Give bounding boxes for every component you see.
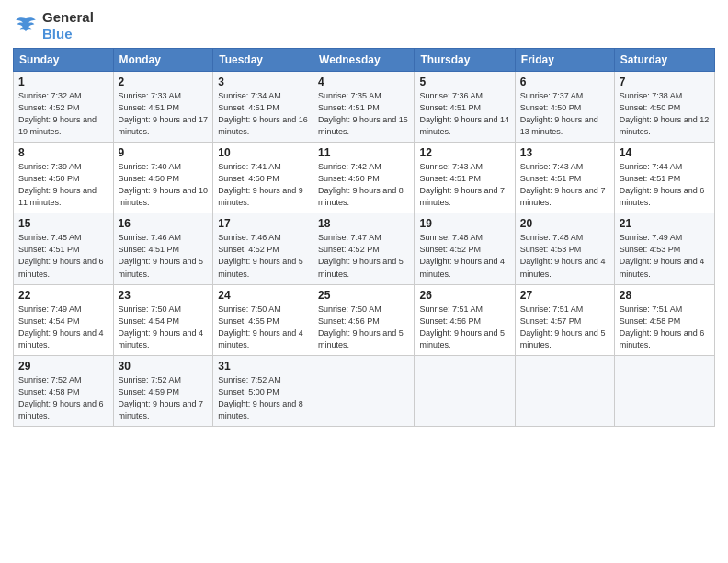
day-info: Sunrise: 7:46 AMSunset: 4:51 PMDaylight:…: [119, 232, 209, 280]
calendar-cell: 2Sunrise: 7:33 AMSunset: 4:51 PMDaylight…: [113, 72, 213, 143]
calendar-cell: [415, 355, 515, 426]
day-number: 3: [218, 75, 308, 88]
weekday-header-friday: Friday: [515, 49, 614, 72]
weekday-header-sunday: Sunday: [14, 49, 114, 72]
calendar-cell: 5Sunrise: 7:36 AMSunset: 4:51 PMDaylight…: [415, 72, 515, 143]
calendar-table: SundayMondayTuesdayWednesdayThursdayFrid…: [13, 48, 715, 427]
weekday-header-monday: Monday: [113, 49, 213, 72]
day-number: 4: [318, 75, 409, 88]
day-info: Sunrise: 7:51 AMSunset: 4:57 PMDaylight:…: [520, 304, 609, 351]
day-number: 22: [18, 289, 108, 302]
calendar-cell: [614, 355, 714, 426]
day-info: Sunrise: 7:33 AMSunset: 4:51 PMDaylight:…: [119, 90, 209, 138]
calendar-cell: 24Sunrise: 7:50 AMSunset: 4:55 PMDayligh…: [213, 284, 313, 355]
calendar-week-2: 8Sunrise: 7:39 AMSunset: 4:50 PMDaylight…: [14, 143, 715, 213]
day-number: 29: [18, 360, 108, 373]
calendar-cell: 20Sunrise: 7:48 AMSunset: 4:53 PMDayligh…: [515, 213, 614, 284]
day-info: Sunrise: 7:46 AMSunset: 4:52 PMDaylight:…: [218, 232, 308, 280]
day-info: Sunrise: 7:50 AMSunset: 4:55 PMDaylight:…: [218, 304, 308, 351]
day-number: 27: [520, 289, 609, 302]
day-number: 26: [419, 289, 509, 302]
day-number: 9: [119, 146, 209, 159]
calendar-cell: 6Sunrise: 7:37 AMSunset: 4:50 PMDaylight…: [515, 72, 614, 143]
calendar-cell: 4Sunrise: 7:35 AMSunset: 4:51 PMDaylight…: [313, 72, 415, 143]
weekday-header-saturday: Saturday: [614, 49, 714, 72]
day-info: Sunrise: 7:51 AMSunset: 4:58 PMDaylight:…: [620, 304, 710, 351]
day-info: Sunrise: 7:51 AMSunset: 4:56 PMDaylight:…: [419, 304, 509, 351]
day-info: Sunrise: 7:38 AMSunset: 4:50 PMDaylight:…: [620, 90, 710, 138]
day-info: Sunrise: 7:52 AMSunset: 4:58 PMDaylight:…: [18, 374, 108, 422]
logo-text: General Blue: [42, 9, 94, 42]
calendar-cell: 10Sunrise: 7:41 AMSunset: 4:50 PMDayligh…: [213, 143, 313, 213]
day-number: 12: [419, 146, 509, 159]
day-info: Sunrise: 7:48 AMSunset: 4:53 PMDaylight:…: [520, 232, 609, 280]
day-info: Sunrise: 7:39 AMSunset: 4:50 PMDaylight:…: [18, 161, 108, 209]
calendar-cell: 8Sunrise: 7:39 AMSunset: 4:50 PMDaylight…: [14, 143, 114, 213]
calendar-cell: [515, 355, 614, 426]
calendar-cell: 27Sunrise: 7:51 AMSunset: 4:57 PMDayligh…: [515, 284, 614, 355]
calendar-cell: 19Sunrise: 7:48 AMSunset: 4:52 PMDayligh…: [415, 213, 515, 284]
calendar-cell: [313, 355, 415, 426]
calendar-cell: 22Sunrise: 7:49 AMSunset: 4:54 PMDayligh…: [14, 284, 114, 355]
calendar-cell: 30Sunrise: 7:52 AMSunset: 4:59 PMDayligh…: [113, 355, 213, 426]
calendar-cell: 9Sunrise: 7:40 AMSunset: 4:50 PMDaylight…: [113, 143, 213, 213]
calendar-cell: 18Sunrise: 7:47 AMSunset: 4:52 PMDayligh…: [313, 213, 415, 284]
calendar-cell: 16Sunrise: 7:46 AMSunset: 4:51 PMDayligh…: [113, 213, 213, 284]
calendar-cell: 26Sunrise: 7:51 AMSunset: 4:56 PMDayligh…: [415, 284, 515, 355]
day-info: Sunrise: 7:42 AMSunset: 4:50 PMDaylight:…: [318, 161, 409, 209]
day-number: 11: [318, 146, 409, 159]
calendar-cell: 1Sunrise: 7:32 AMSunset: 4:52 PMDaylight…: [14, 72, 114, 143]
day-info: Sunrise: 7:47 AMSunset: 4:52 PMDaylight:…: [318, 232, 409, 280]
calendar-cell: 7Sunrise: 7:38 AMSunset: 4:50 PMDaylight…: [614, 72, 714, 143]
day-info: Sunrise: 7:49 AMSunset: 4:54 PMDaylight:…: [18, 304, 108, 351]
day-number: 8: [18, 146, 108, 159]
day-number: 17: [218, 217, 308, 230]
day-info: Sunrise: 7:49 AMSunset: 4:53 PMDaylight:…: [620, 232, 710, 280]
day-number: 6: [520, 75, 609, 88]
day-number: 7: [620, 75, 710, 88]
calendar-week-5: 29Sunrise: 7:52 AMSunset: 4:58 PMDayligh…: [14, 355, 715, 426]
day-number: 25: [318, 289, 409, 302]
day-number: 21: [620, 217, 710, 230]
day-info: Sunrise: 7:37 AMSunset: 4:50 PMDaylight:…: [520, 90, 609, 138]
calendar-week-4: 22Sunrise: 7:49 AMSunset: 4:54 PMDayligh…: [14, 284, 715, 355]
day-number: 20: [520, 217, 609, 230]
day-info: Sunrise: 7:43 AMSunset: 4:51 PMDaylight:…: [419, 161, 509, 209]
weekday-header-wednesday: Wednesday: [313, 49, 415, 72]
day-number: 5: [419, 75, 509, 88]
day-info: Sunrise: 7:50 AMSunset: 4:56 PMDaylight:…: [318, 304, 409, 351]
day-number: 28: [620, 289, 710, 302]
day-number: 13: [520, 146, 609, 159]
calendar-cell: 28Sunrise: 7:51 AMSunset: 4:58 PMDayligh…: [614, 284, 714, 355]
day-number: 18: [318, 217, 409, 230]
logo-icon: [13, 16, 39, 36]
day-info: Sunrise: 7:44 AMSunset: 4:51 PMDaylight:…: [620, 161, 710, 209]
day-info: Sunrise: 7:43 AMSunset: 4:51 PMDaylight:…: [520, 161, 609, 209]
calendar-week-3: 15Sunrise: 7:45 AMSunset: 4:51 PMDayligh…: [14, 213, 715, 284]
calendar-cell: 3Sunrise: 7:34 AMSunset: 4:51 PMDaylight…: [213, 72, 313, 143]
calendar-cell: 25Sunrise: 7:50 AMSunset: 4:56 PMDayligh…: [313, 284, 415, 355]
day-number: 1: [18, 75, 108, 88]
calendar-cell: 23Sunrise: 7:50 AMSunset: 4:54 PMDayligh…: [113, 284, 213, 355]
day-number: 30: [119, 360, 209, 373]
calendar-cell: 15Sunrise: 7:45 AMSunset: 4:51 PMDayligh…: [14, 213, 114, 284]
calendar-week-1: 1Sunrise: 7:32 AMSunset: 4:52 PMDaylight…: [14, 72, 715, 143]
weekday-header-thursday: Thursday: [415, 49, 515, 72]
day-info: Sunrise: 7:45 AMSunset: 4:51 PMDaylight:…: [18, 232, 108, 280]
calendar-page: General Blue SundayMondayTuesdayWednesda…: [0, 0, 728, 563]
day-number: 15: [18, 217, 108, 230]
day-info: Sunrise: 7:41 AMSunset: 4:50 PMDaylight:…: [218, 161, 308, 209]
day-number: 10: [218, 146, 308, 159]
day-info: Sunrise: 7:35 AMSunset: 4:51 PMDaylight:…: [318, 90, 409, 138]
day-info: Sunrise: 7:32 AMSunset: 4:52 PMDaylight:…: [18, 90, 108, 138]
day-info: Sunrise: 7:50 AMSunset: 4:54 PMDaylight:…: [119, 304, 209, 351]
day-number: 23: [119, 289, 209, 302]
calendar-cell: 11Sunrise: 7:42 AMSunset: 4:50 PMDayligh…: [313, 143, 415, 213]
day-info: Sunrise: 7:40 AMSunset: 4:50 PMDaylight:…: [119, 161, 209, 209]
weekday-header-row: SundayMondayTuesdayWednesdayThursdayFrid…: [14, 49, 715, 72]
header: General Blue: [13, 9, 715, 42]
calendar-cell: 29Sunrise: 7:52 AMSunset: 4:58 PMDayligh…: [14, 355, 114, 426]
calendar-cell: 14Sunrise: 7:44 AMSunset: 4:51 PMDayligh…: [614, 143, 714, 213]
calendar-cell: 21Sunrise: 7:49 AMSunset: 4:53 PMDayligh…: [614, 213, 714, 284]
day-number: 24: [218, 289, 308, 302]
